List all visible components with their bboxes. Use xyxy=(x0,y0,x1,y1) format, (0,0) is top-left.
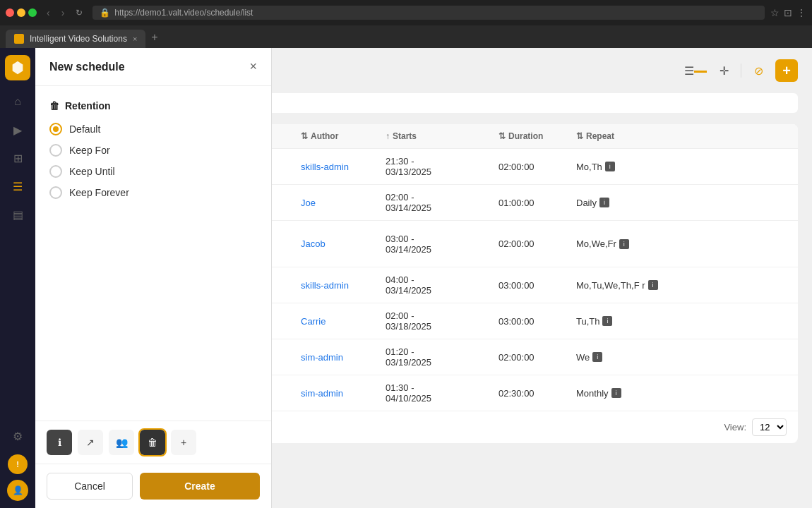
forward-btn[interactable]: › xyxy=(57,6,69,20)
sidebar-item-video[interactable]: ▶ xyxy=(5,117,30,143)
avatar[interactable]: 👤 xyxy=(7,480,28,501)
cell-author[interactable]: skills-admin xyxy=(301,162,386,172)
panel-header: New schedule × xyxy=(35,48,271,86)
chart-icon: ▤ xyxy=(13,208,23,222)
more-icon[interactable]: ⋮ xyxy=(796,7,806,18)
sidebar-item-schedule[interactable]: ☰ xyxy=(5,174,30,199)
info-toolbar-btn[interactable]: ℹ xyxy=(47,430,72,455)
refresh-btn[interactable]: ↻ xyxy=(71,6,87,19)
tab-bar: Intelligent Video Solutions × + xyxy=(0,25,812,48)
cell-starts: 01:20 - 03/19/2025 xyxy=(386,346,498,368)
cell-duration: 02:30:00 xyxy=(498,388,576,399)
window-controls xyxy=(6,8,37,17)
repeat-info-icon: i xyxy=(611,388,621,398)
cell-author[interactable]: sim-admin xyxy=(301,388,386,399)
notification-badge[interactable]: ! xyxy=(8,454,28,474)
sidebar-item-chart[interactable]: ▤ xyxy=(5,202,30,227)
radio-keep-until[interactable]: Keep Until xyxy=(49,165,257,178)
menu-btn[interactable]: ☰ xyxy=(684,59,707,82)
cell-author[interactable]: skills-admin xyxy=(301,280,386,291)
cancel-button[interactable]: Cancel xyxy=(47,473,133,500)
retention-icon: 🗑 xyxy=(49,100,59,111)
cell-repeat: Mo,Tu,We,Th,F r i xyxy=(576,280,787,291)
repeat-badge: Tu,Th i xyxy=(576,316,612,327)
col-starts[interactable]: ↑ Starts xyxy=(386,131,498,141)
sidebar-item-grid[interactable]: ⊞ xyxy=(5,145,30,171)
sidebar: ⌂ ▶ ⊞ ☰ ▤ ⚙ ! 👤 xyxy=(0,48,35,508)
cell-duration: 02:00:00 xyxy=(498,162,576,172)
grid-icon: ⊞ xyxy=(13,152,23,165)
crosshair-btn[interactable]: ✛ xyxy=(712,59,735,82)
cell-duration: 01:00:00 xyxy=(498,198,576,208)
sidebar-logo[interactable] xyxy=(5,55,30,80)
active-tab[interactable]: Intelligent Video Solutions × xyxy=(6,30,145,48)
maximize-window-btn[interactable] xyxy=(28,8,37,17)
repeat-info-icon: i xyxy=(648,280,658,290)
panel-footer: Cancel Create xyxy=(35,464,271,508)
home-icon: ⌂ xyxy=(14,95,21,108)
radio-default-circle xyxy=(49,123,62,135)
cell-repeat: Mo,We,Fr i xyxy=(576,238,787,249)
browser-chrome: ‹ › ↻ 🔒 https://demo1.valt.video/schedul… xyxy=(0,0,812,25)
radio-keep-for-circle xyxy=(49,144,62,157)
close-window-btn[interactable] xyxy=(6,8,14,17)
address-bar[interactable]: 🔒 https://demo1.valt.video/schedule/list xyxy=(92,6,765,20)
col-duration[interactable]: ⇅ Duration xyxy=(498,131,576,141)
col-author[interactable]: ⇅ Author xyxy=(301,131,386,141)
repeat-info-icon: i xyxy=(599,198,609,207)
cell-starts: 01:30 - 04/10/2025 xyxy=(386,382,498,404)
cell-author[interactable]: Joe xyxy=(301,198,386,208)
bookmark-icon[interactable]: ☆ xyxy=(770,7,780,18)
cell-starts: 03:00 - 03/14/2025 xyxy=(386,234,498,255)
lock-icon: 🔒 xyxy=(100,8,110,18)
header-actions: ☰ ✛ ⊘ + xyxy=(684,59,798,82)
repeat-info-icon: i xyxy=(592,352,602,362)
avatar-initials: 👤 xyxy=(13,485,23,495)
retention-section-title: 🗑 Retention xyxy=(49,100,257,111)
cell-author[interactable]: Jacob xyxy=(301,238,386,249)
radio-default[interactable]: Default xyxy=(49,123,257,135)
cell-author[interactable]: Carrie xyxy=(301,316,386,327)
users-toolbar-btn[interactable]: 👥 xyxy=(109,430,134,455)
back-btn[interactable]: ‹ xyxy=(42,6,54,20)
browser-actions: ☆ ⊡ ⋮ xyxy=(770,7,806,18)
view-select[interactable]: 12 25 50 xyxy=(752,418,787,436)
settings-icon: ⚙ xyxy=(13,430,23,443)
close-tab-btn[interactable]: × xyxy=(133,35,137,43)
radio-keep-forever-label: Keep Forever xyxy=(69,187,129,198)
radio-keep-until-label: Keep Until xyxy=(69,166,115,177)
schedule-icon: ☰ xyxy=(13,180,23,193)
repeat-badge: Mo,Th i xyxy=(576,162,615,172)
cancel-filter-btn[interactable]: ⊘ xyxy=(747,59,770,82)
create-button[interactable]: Create xyxy=(140,473,260,500)
extensions-icon[interactable]: ⊡ xyxy=(784,7,792,18)
cell-starts: 02:00 - 03/14/2025 xyxy=(386,192,498,213)
radio-keep-forever[interactable]: Keep Forever xyxy=(49,186,257,199)
favicon xyxy=(14,34,24,44)
new-schedule-panel: New schedule × 🗑 Retention Default Keep … xyxy=(35,48,272,508)
radio-keep-for[interactable]: Keep For xyxy=(49,144,257,157)
delete-toolbar-btn[interactable]: 🗑 xyxy=(140,430,165,455)
sidebar-item-settings[interactable]: ⚙ xyxy=(5,423,30,449)
new-tab-btn[interactable]: + xyxy=(145,27,163,48)
repeat-info-icon: i xyxy=(602,316,612,326)
url-text: https://demo1.valt.video/schedule/list xyxy=(114,8,253,18)
repeat-badge: Daily i xyxy=(576,198,609,208)
cell-repeat: Monthly i xyxy=(576,388,787,399)
cell-duration: 03:00:00 xyxy=(498,280,576,291)
col-repeat[interactable]: ⇅ Repeat xyxy=(576,131,787,141)
cell-repeat: Tu,Th i xyxy=(576,316,787,327)
repeat-badge: Monthly i xyxy=(576,388,621,399)
add-toolbar-btn[interactable]: + xyxy=(171,430,196,455)
add-schedule-btn[interactable]: + xyxy=(775,59,798,82)
panel-toolbar: ℹ ↗ 👥 🗑 + xyxy=(35,421,271,464)
cell-starts: 04:00 - 03/14/2025 xyxy=(386,274,498,296)
tab-title: Intelligent Video Solutions xyxy=(30,34,127,44)
minimize-window-btn[interactable] xyxy=(17,8,25,17)
sidebar-item-home[interactable]: ⌂ xyxy=(5,89,30,114)
main-layout: ⌂ ▶ ⊞ ☰ ▤ ⚙ ! 👤 xyxy=(0,48,812,508)
cell-duration: 03:00:00 xyxy=(498,316,576,327)
cell-author[interactable]: sim-admin xyxy=(301,352,386,363)
share-toolbar-btn[interactable]: ↗ xyxy=(78,430,103,455)
panel-close-btn[interactable]: × xyxy=(249,59,257,74)
